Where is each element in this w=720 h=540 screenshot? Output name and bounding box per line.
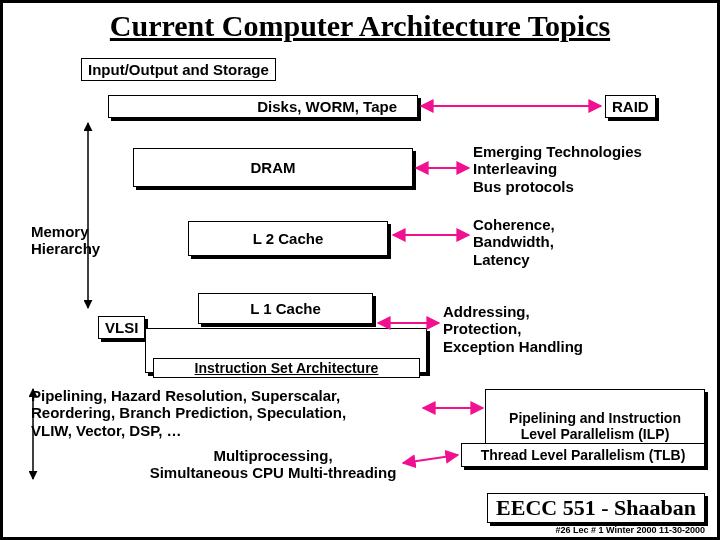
slide-title: Current Computer Architecture Topics — [3, 3, 717, 45]
io-storage-box: Input/Output and Storage — [81, 58, 276, 81]
slide: Current Computer Architecture Topics Inp… — [0, 0, 720, 540]
raid-text: RAID — [612, 98, 649, 115]
l1-cache-text: L 1 Cache — [250, 300, 321, 317]
pipelining-ilp-text: Pipelining and Instruction Level Paralle… — [509, 410, 681, 442]
vlsi-box: VLSI — [98, 316, 145, 339]
multiprocessing-text: Multiprocessing, Simultaneous CPU Multi-… — [103, 447, 443, 482]
coherence-text: Coherence, Bandwidth, Latency — [473, 216, 555, 268]
memory-hierarchy-text: Memory Hierarchy — [31, 223, 100, 258]
dram-box: DRAM — [133, 148, 413, 187]
footer-course: EECC 551 - Shaaban — [487, 493, 705, 523]
footer-meta: #26 Lec # 1 Winter 2000 11-30-2000 — [555, 525, 705, 535]
tlb-box: Thread Level Parallelism (TLB) — [461, 443, 705, 467]
tlb-text: Thread Level Parallelism (TLB) — [481, 447, 686, 463]
l2-cache-box: L 2 Cache — [188, 221, 388, 256]
isa-text: Instruction Set Architecture — [195, 360, 379, 376]
addressing-text: Addressing, Protection, Exception Handli… — [443, 303, 583, 355]
raid-box: RAID — [605, 95, 656, 118]
isa-box: Instruction Set Architecture — [153, 358, 420, 378]
pipelining-left-text: Pipelining, Hazard Resolution, Superscal… — [31, 387, 346, 439]
emerging-text: Emerging Technologies Interleaving Bus p… — [473, 143, 642, 195]
io-storage-text: Input/Output and Storage — [88, 61, 269, 78]
disks-box: Disks, WORM, Tape — [108, 95, 418, 118]
l1-cache-box: L 1 Cache — [198, 293, 373, 324]
dram-text: DRAM — [251, 159, 296, 176]
l2-cache-text: L 2 Cache — [253, 230, 324, 247]
disks-text: Disks, WORM, Tape — [257, 98, 397, 115]
pipelining-ilp-box: Pipelining and Instruction Level Paralle… — [485, 389, 705, 447]
vlsi-text: VLSI — [105, 319, 138, 336]
